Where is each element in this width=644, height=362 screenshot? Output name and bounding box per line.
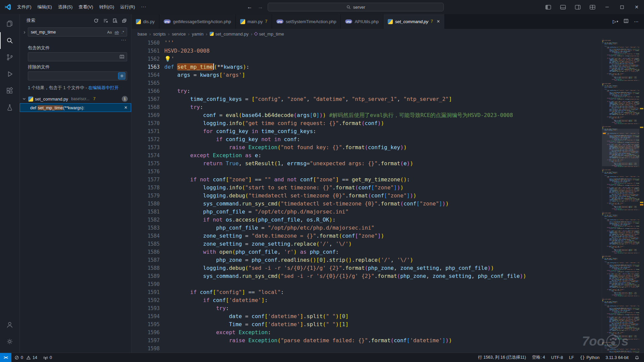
minimap-slider[interactable] (602, 129, 639, 166)
toggle-secondary-sidebar-icon[interactable] (570, 0, 585, 14)
code-line-1565[interactable]: 1565 (131, 79, 602, 87)
code-text[interactable]: HSVD-2023-0008 (160, 47, 210, 55)
breadcrumb-item-yamin[interactable]: yamin (192, 32, 204, 37)
code-text[interactable]: if conf["config"] == "local": (160, 288, 284, 296)
code-line-1585[interactable]: 1585 zone_setting = zone_setting.replace… (131, 240, 602, 248)
code-text[interactable]: try: (160, 304, 229, 312)
code-line-1598[interactable]: 1598 (131, 345, 602, 353)
code-text[interactable]: try: (160, 103, 203, 111)
minimap[interactable]: '''HSVD-2023-0008💡'def set_mp_time(**kwa… (602, 39, 639, 353)
code-line-1573[interactable]: 1573 raise Exception("not found key: {}"… (131, 143, 602, 152)
python-interpreter[interactable]: 3.11.3 64-bit (602, 353, 632, 362)
run-python-file-button[interactable]: ▷ ▾ (613, 19, 618, 24)
maximize-button[interactable] (614, 0, 629, 14)
line-number[interactable]: 1562 (131, 55, 160, 63)
line-number[interactable]: 1597 (131, 337, 160, 345)
exclude-files-input[interactable] (31, 73, 118, 78)
line-number[interactable]: 1560 (131, 39, 160, 47)
code-text[interactable]: logging.debug("timedatectl set-timezone … (160, 192, 416, 200)
menu-item-选择(S)[interactable]: 选择(S) (55, 2, 75, 12)
code-text[interactable]: args = kwargs['args'] (160, 71, 245, 79)
cursor-position[interactable]: 行 1563, 列 16 (已选择11) (475, 353, 529, 362)
indentation-status[interactable]: 空格: 4 (529, 353, 548, 362)
regex-icon[interactable]: .* (120, 29, 125, 35)
line-number[interactable]: 1577 (131, 176, 160, 184)
code-text[interactable]: zone_setting = "date.timezone = {}".form… (160, 232, 384, 240)
activity-explorer[interactable] (0, 15, 19, 32)
code-line-1589[interactable]: 1589 sys_command.run_sys_cmd("sed -i -r … (131, 272, 602, 280)
code-line-1591[interactable]: 1591 if conf["config"] == "local": (131, 288, 602, 296)
line-number[interactable]: 1589 (131, 272, 160, 280)
code-line-1595[interactable]: 1595 Time = conf['datetime'].split(" ")[… (131, 320, 602, 328)
code-text[interactable]: zone_setting = zone_setting.replace('/',… (160, 240, 352, 248)
code-text[interactable]: logging.info("get time config request: {… (160, 119, 384, 127)
tab-set_command.py[interactable]: set_command.py7✕ (383, 14, 445, 29)
line-number[interactable]: 1580 (131, 200, 160, 208)
code-text[interactable] (160, 345, 164, 353)
code-line-1560[interactable]: 1560''' (131, 39, 602, 47)
close-tab-icon[interactable]: ✕ (437, 19, 440, 24)
split-editor-icon[interactable] (624, 18, 629, 24)
breadcrumb-item-set_mp_time[interactable]: set_mp_time (255, 32, 284, 37)
line-number[interactable]: 1590 (131, 280, 160, 288)
code-text[interactable]: 💡' (160, 55, 174, 63)
code-line-1582[interactable]: 1582 if not os.access(php_conf_file, os.… (131, 216, 602, 224)
line-number[interactable]: 1593 (131, 304, 160, 312)
tab-main.py[interactable]: main.py7 (236, 14, 272, 29)
code-text[interactable]: with open(php_conf_file, 'r') as php_con… (160, 248, 339, 256)
code-text[interactable]: raise Exception("not found key: {}".form… (160, 143, 407, 152)
code-line-1576[interactable]: 1576 (131, 168, 602, 176)
code-line-1586[interactable]: 1586 with open(php_conf_file, 'r') as ph… (131, 248, 602, 256)
line-number[interactable]: 1581 (131, 208, 160, 216)
clear-search-results-icon[interactable] (102, 17, 109, 24)
search-open-editors-book-icon[interactable] (118, 53, 125, 60)
code-text[interactable]: php_conf_file = "/opt/etc/php.d/majorsec… (160, 208, 348, 216)
code-line-1583[interactable]: 1583 php_conf_file = "/opt/php/etc/php.d… (131, 224, 602, 232)
problems-status[interactable]: 0 14 (11, 353, 40, 362)
code-line-1581[interactable]: 1581 php_conf_file = "/opt/etc/php.d/maj… (131, 208, 602, 216)
code-line-1563[interactable]: 1563def set_mp_time(**kwargs): (131, 63, 602, 71)
line-number[interactable]: 1573 (131, 143, 160, 152)
code-line-1574[interactable]: 1574 except Exception as e: (131, 152, 602, 160)
line-number[interactable]: 1575 (131, 160, 160, 168)
code-text[interactable]: time_config_keys = ["config", "zone", "d… (160, 95, 452, 103)
activity-account[interactable] (0, 316, 19, 333)
tab-APIUtils.php[interactable]: phpAPIUtils.php (341, 14, 383, 29)
code-text[interactable]: date = conf['datetime'].split(" ")[0] (160, 312, 348, 320)
line-number[interactable]: 1579 (131, 192, 160, 200)
code-text[interactable]: php_zone = php_conf.readlines()[0].strip… (160, 256, 413, 264)
code-line-1578[interactable]: 1578 logging.info("start to set timezone… (131, 184, 602, 192)
tab-getMessageSettingAction.php[interactable]: phpgetMessageSettingAction.php (159, 14, 236, 29)
code-line-1569[interactable]: 1569 conf = eval(base64.b64decode(args[0… (131, 111, 602, 119)
code-line-1587[interactable]: 1587 php_zone = php_conf.readlines()[0].… (131, 256, 602, 264)
breadcrumb-item-scripts[interactable]: scripts (153, 32, 166, 37)
language-mode[interactable]: {} Python (577, 353, 602, 362)
activity-testing[interactable] (0, 99, 19, 116)
code-text[interactable]: sys_command.run_sys_cmd("timedatectl set… (160, 200, 449, 208)
code-line-1570[interactable]: 1570 logging.info("get time config reque… (131, 119, 602, 127)
code-line-1564[interactable]: 1564 args = kwargs['args'] (131, 71, 602, 79)
collapse-all-icon[interactable] (120, 17, 128, 24)
code-line-1568[interactable]: 1568 try: (131, 103, 602, 111)
line-number[interactable]: 1571 (131, 127, 160, 135)
code-text[interactable]: raise Exception("parse datetime failed: … (160, 337, 452, 345)
code-line-1561[interactable]: 1561HSVD-2023-0008 (131, 47, 602, 55)
code-text[interactable]: php_conf_file = "/opt/php/etc/php.d/majo… (160, 224, 374, 232)
more-actions-icon[interactable]: ⋯ (634, 19, 639, 24)
line-number[interactable]: 1592 (131, 296, 160, 304)
line-number[interactable]: 1572 (131, 135, 160, 143)
code-line-1566[interactable]: 1566 try: (131, 87, 602, 95)
code-text[interactable] (160, 280, 164, 288)
command-center-search[interactable]: server (268, 3, 444, 11)
line-number[interactable]: 1588 (131, 264, 160, 272)
ports-status[interactable]: 0 (40, 353, 55, 362)
code-line-1571[interactable]: 1571 for config_key in time_config_keys: (131, 127, 602, 135)
match-case-icon[interactable]: Aa (106, 29, 113, 35)
activity-extensions[interactable] (0, 82, 19, 99)
activity-settings[interactable] (0, 333, 19, 350)
line-number[interactable]: 1587 (131, 256, 160, 264)
code-text[interactable]: except Exception as e: (160, 152, 261, 160)
code-line-1572[interactable]: 1572 if config_key not in conf: (131, 135, 602, 143)
remote-indicator[interactable]: >< (0, 353, 11, 362)
breadcrumb-item-set_command.py[interactable]: set_command.py (210, 32, 249, 37)
